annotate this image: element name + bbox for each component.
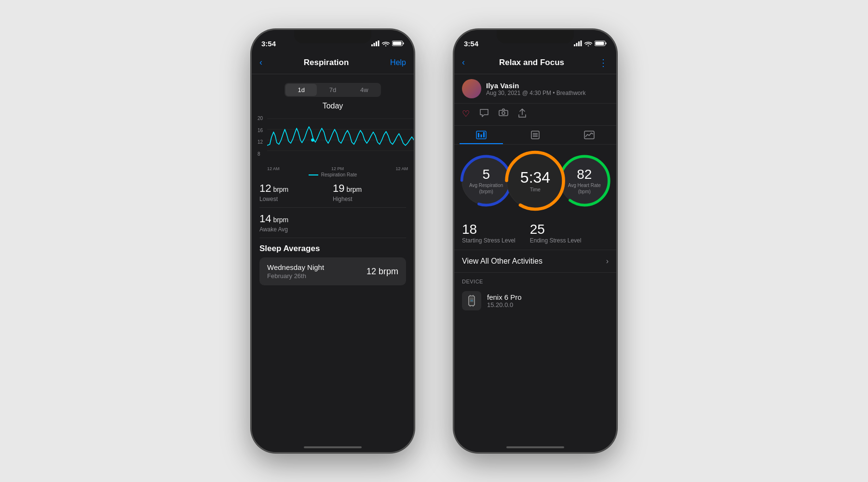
avatar-image xyxy=(462,79,481,98)
sleep-card-info: Wednesday Night February 26th xyxy=(267,263,324,280)
page-title-2: Relax and Focus xyxy=(499,58,564,67)
device-section-label: DEVICE xyxy=(454,273,616,287)
svg-rect-18 xyxy=(596,42,604,45)
chart-legend: Respiration Rate xyxy=(259,172,406,177)
user-meta: Aug 30, 2021 @ 4:30 PM • Breathwork xyxy=(486,90,586,96)
list-tab-icon xyxy=(531,131,540,139)
stat-highest: 19 brpm Highest xyxy=(333,182,406,202)
svg-point-11 xyxy=(311,138,314,142)
legend-label: Respiration Rate xyxy=(321,172,357,177)
back-button-2[interactable]: ‹ xyxy=(462,57,465,67)
starting-stress-value: 18 xyxy=(462,222,515,237)
stress-row: 18 Starting Stress Level 25 Ending Stres… xyxy=(454,217,616,250)
content-area: 1d 7d 4w Today 20 16 12 8 xyxy=(252,74,414,452)
svg-rect-22 xyxy=(478,133,479,137)
svg-rect-5 xyxy=(403,42,404,44)
svg-rect-3 xyxy=(378,40,380,46)
ending-stress-value: 25 xyxy=(530,222,582,237)
y-label-12: 12 xyxy=(258,139,263,145)
page-title: Respiration xyxy=(304,58,349,67)
x-label-midnight2: 12 AM xyxy=(395,166,408,171)
wifi-icon-2 xyxy=(584,40,592,46)
respiration-chart xyxy=(267,113,414,161)
user-row: Ilya Vasin Aug 30, 2021 @ 4:30 PM • Brea… xyxy=(454,74,616,104)
heart-button[interactable]: ♡ xyxy=(462,108,470,120)
stats-row-1: 12 brpm Lowest 19 brpm Highest xyxy=(259,177,406,208)
wifi-icon xyxy=(382,40,390,46)
camera-icon xyxy=(499,108,508,116)
home-indicator-2 xyxy=(506,446,564,448)
stat-awake-value: 14 brpm xyxy=(259,213,406,225)
sleep-card-value: 12 brpm xyxy=(366,267,398,277)
x-axis-labels: 12 AM 12 PM 12 AM xyxy=(267,166,408,171)
comment-button[interactable] xyxy=(479,108,489,120)
more-options-button[interactable]: ⋮ xyxy=(598,57,609,68)
status-icons-2 xyxy=(574,40,607,46)
y-label-20: 20 xyxy=(258,116,263,121)
action-icons-row: ♡ xyxy=(454,104,616,126)
share-icon xyxy=(518,108,527,118)
phone-respiration: 3:54 xyxy=(251,29,415,453)
phone-relax: 3:54 xyxy=(453,29,617,453)
svg-rect-15 xyxy=(581,40,582,46)
device-version: 15.20.0.0 xyxy=(487,301,522,308)
device-name: fenix 6 Pro xyxy=(487,293,522,301)
view-all-row[interactable]: View All Other Activities › xyxy=(454,250,616,273)
tab-bar xyxy=(454,126,616,145)
ending-stress: 25 Ending Stress Level xyxy=(530,222,582,244)
graph-tab-icon xyxy=(584,131,595,139)
back-button[interactable]: ‹ xyxy=(259,57,262,67)
status-bar: 3:54 xyxy=(252,30,414,51)
chart-tab-icon xyxy=(476,131,487,139)
heart-rate-value-group: 82 Avg Heart Rate(bpm) xyxy=(568,167,601,195)
respiration-value-group: 5 Avg Respiration(brpm) xyxy=(469,167,503,195)
sleep-card[interactable]: Wednesday Night February 26th 12 brpm xyxy=(259,257,406,285)
x-label-midnight: 12 AM xyxy=(267,166,280,171)
battery-icon xyxy=(392,40,404,46)
status-icons xyxy=(371,40,404,46)
stats-row-2: 14 brpm Awake Avg xyxy=(259,208,406,238)
segment-control[interactable]: 1d 7d 4w xyxy=(285,83,381,97)
avatar xyxy=(462,79,481,98)
chart-area: 20 16 12 8 12 AM xyxy=(258,113,408,171)
ending-stress-label: Ending Stress Level xyxy=(530,237,582,244)
status-time-2: 3:54 xyxy=(464,40,478,48)
watch-icon: 10 xyxy=(465,294,478,308)
stat-highest-value: 19 brpm xyxy=(333,182,406,195)
respiration-value: 5 xyxy=(469,167,503,182)
tab-list[interactable] xyxy=(508,126,562,144)
tab-graph[interactable] xyxy=(562,126,616,144)
respiration-label: Avg Respiration(brpm) xyxy=(469,182,503,195)
sleep-card-title: Wednesday Night xyxy=(267,263,324,271)
user-name: Ilya Vasin xyxy=(486,81,586,90)
status-bar-2: 3:54 xyxy=(454,30,616,51)
status-time: 3:54 xyxy=(261,40,276,48)
svg-rect-13 xyxy=(576,43,578,46)
svg-rect-0 xyxy=(371,44,373,46)
segment-1d[interactable]: 1d xyxy=(285,84,317,96)
svg-rect-2 xyxy=(376,41,377,46)
stat-lowest-value: 12 brpm xyxy=(259,182,333,195)
camera-button[interactable] xyxy=(499,108,508,120)
stat-awake-label: Awake Avg xyxy=(259,226,406,233)
share-button[interactable] xyxy=(518,108,527,120)
time-label: Time xyxy=(520,187,550,193)
svg-text:10: 10 xyxy=(471,299,473,302)
metrics-container: 5 Avg Respiration(brpm) 5:34 Time xyxy=(454,145,616,217)
svg-rect-24 xyxy=(483,132,485,137)
device-row: 10 fenix 6 Pro 15.20.0.0 xyxy=(454,287,616,314)
tab-chart[interactable] xyxy=(454,126,508,144)
y-axis-labels: 20 16 12 8 xyxy=(258,116,263,157)
x-label-noon: 12 PM xyxy=(331,166,344,171)
segment-4w[interactable]: 4w xyxy=(349,84,380,96)
nav-bar: ‹ Respiration Help xyxy=(252,51,414,74)
svg-rect-1 xyxy=(374,43,375,46)
legend-line xyxy=(309,174,318,175)
chart-title: Today xyxy=(259,102,406,110)
help-button[interactable]: Help xyxy=(390,58,406,67)
home-indicator xyxy=(304,446,362,448)
stat-awake-avg: 14 brpm Awake Avg xyxy=(259,213,406,233)
svg-rect-14 xyxy=(578,41,580,46)
segment-7d[interactable]: 7d xyxy=(317,84,348,96)
starting-stress-label: Starting Stress Level xyxy=(462,237,515,244)
